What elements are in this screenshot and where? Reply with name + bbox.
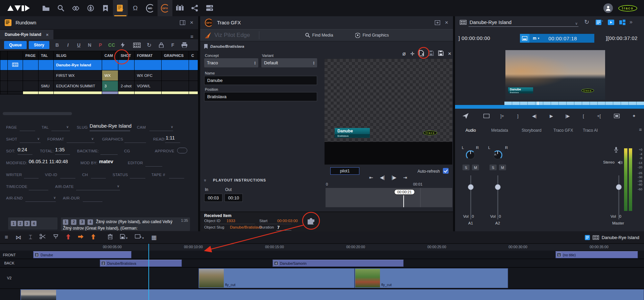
clip-danube[interactable]: 3 Danube (33, 251, 132, 258)
close-panel-icon[interactable]: × (190, 19, 193, 26)
collapse-chevrons-icon[interactable]: » (203, 179, 208, 181)
editor-input[interactable] (145, 166, 162, 167)
machine-control-icon[interactable] (119, 42, 126, 48)
table-row-selected[interactable]: Danube-Rye Island (0, 60, 198, 70)
chevron-down-icon[interactable]: ∨ (117, 184, 119, 188)
volume-slider-master[interactable] (618, 175, 619, 219)
chevron-down-icon[interactable]: ▾ (538, 37, 540, 40)
timecode-input[interactable] (29, 190, 48, 190)
step-back-icon[interactable]: ◀| (380, 175, 385, 180)
gfx-scrub-area[interactable]: 00:00:21 (326, 188, 452, 207)
clip-danube-bratislava[interactable]: 2 Danube/Bratislava (100, 260, 182, 267)
shot-select[interactable] (20, 143, 41, 143)
speaker-icon[interactable] (618, 160, 623, 166)
overlay-monitor-icon[interactable] (483, 114, 490, 119)
close-panel-icon[interactable]: × (445, 19, 448, 26)
close-preview-icon[interactable]: × (448, 50, 451, 57)
playhead[interactable] (148, 244, 149, 300)
segment-chip[interactable]: 4 (31, 221, 37, 226)
jump-start-icon[interactable]: ⇤ (369, 175, 373, 180)
step-back-icon[interactable]: ◀| (532, 113, 536, 119)
italic-button[interactable]: I (65, 42, 71, 48)
mark-out-goto-icon[interactable]: ] (517, 113, 519, 119)
chevron-down-icon[interactable]: ∨ (37, 137, 40, 141)
pilot1-button[interactable]: pilot1 (330, 167, 359, 175)
tab-traco-ai[interactable]: Traco AI (583, 128, 598, 133)
move-icon[interactable]: ✛ (410, 51, 414, 57)
grid-icon[interactable]: ▦ (151, 234, 157, 241)
vidid-input[interactable] (60, 178, 75, 178)
chevron-down-icon[interactable]: ∨ (171, 125, 173, 129)
send-to-playback-icon[interactable] (462, 113, 469, 120)
current-timecode-bar[interactable]: m ▾ 00:00:07:18 (520, 34, 594, 43)
search-icon[interactable] (53, 0, 68, 16)
omega-icon[interactable]: Ω (128, 0, 143, 16)
find-media-tab[interactable]: Find Media (305, 33, 333, 38)
tab-storyboard[interactable]: Storyboard (522, 128, 542, 133)
in-input[interactable]: 00:03 (204, 194, 222, 202)
chevron-down-icon[interactable]: ∨ (91, 137, 94, 141)
print-icon[interactable] (181, 42, 188, 48)
format-select[interactable] (67, 143, 95, 143)
drag-graphic-puzzle-icon[interactable] (306, 217, 316, 227)
share-icon[interactable] (187, 0, 202, 16)
mic-icon[interactable] (614, 147, 618, 154)
eye-off-icon[interactable]: ø (402, 50, 406, 57)
play-icon[interactable]: ▶ (550, 113, 553, 119)
volume-thumb-a2[interactable] (495, 184, 501, 190)
scrub-position-marker[interactable] (538, 102, 539, 105)
float-button[interactable]: F (170, 42, 176, 48)
closed-caption-button[interactable]: CC (108, 42, 114, 48)
solo-button-a1[interactable]: S (462, 165, 470, 170)
tab-danube-rye-island[interactable]: Danube-Rye Island × (0, 30, 53, 39)
dock-panel-icon[interactable] (435, 20, 440, 25)
name-input[interactable]: Danube (204, 76, 317, 85)
asset-selector[interactable]: Danube-Rye Island (460, 20, 511, 25)
goto-in-icon[interactable]: ]+ (500, 113, 504, 119)
refresh-icon[interactable]: ↻ (145, 42, 153, 49)
player-view-icon[interactable] (608, 20, 614, 26)
bold-button[interactable]: B (54, 42, 60, 48)
queue-button[interactable]: Queue (4, 41, 27, 49)
playhead-timecode-marker[interactable]: 00:00:21 (394, 189, 415, 195)
segment-chip[interactable]: 1 (11, 221, 16, 226)
transition-icon[interactable]: ⋈ (16, 234, 21, 241)
playhead-stem[interactable] (403, 195, 404, 207)
find-graphics-tab[interactable]: Find Graphics (355, 33, 389, 38)
clip-v1-strip[interactable] (20, 289, 644, 300)
clip-strip[interactable] (504, 102, 644, 105)
segment-chip[interactable]: 2 (71, 219, 76, 225)
autorefresh-checkbox[interactable] (443, 168, 449, 174)
approve-toggle[interactable] (177, 148, 187, 153)
refresh-icon[interactable]: ↻ (584, 18, 589, 26)
new-item-icon[interactable] (419, 50, 424, 58)
video-preview[interactable]: Danube Bratislava traco (505, 50, 605, 100)
systems-icon[interactable] (202, 0, 217, 16)
step-forward-icon[interactable]: |▶ (565, 113, 570, 119)
underline-button[interactable]: U (76, 42, 82, 48)
airdate-select[interactable] (76, 190, 120, 190)
story-button[interactable]: Story (29, 41, 49, 49)
ch-input[interactable] (91, 178, 106, 178)
airend-select[interactable] (25, 201, 56, 202)
jump-end-icon[interactable]: ⇥ (403, 175, 407, 180)
extract-icon[interactable] (78, 234, 84, 241)
chevron-down-icon[interactable]: ∨ (575, 21, 578, 26)
page-input[interactable] (20, 131, 35, 131)
segment-chip[interactable]: 2 (18, 221, 23, 226)
timecode-mode[interactable]: m (533, 36, 536, 41)
links-icon[interactable] (68, 0, 83, 16)
insert-edit-icon[interactable]: ⌶ (29, 234, 32, 241)
rundown-tool-icon[interactable] (113, 0, 128, 16)
user-avatar[interactable] (603, 3, 613, 13)
sot-value[interactable]: 0:24 (18, 147, 27, 152)
script-segment-box[interactable]: 1 2 3 4 (8, 217, 57, 230)
lift-icon[interactable] (66, 234, 71, 241)
position-input[interactable]: Bratislava (204, 92, 317, 101)
bookmark-icon[interactable] (98, 0, 113, 16)
gfx-tool-icon[interactable]: GFX (158, 0, 172, 16)
segment-chip[interactable]: 4 (88, 219, 93, 225)
airdur-input[interactable] (83, 201, 102, 202)
clip-fly-cut-1[interactable]: fly_cut (198, 268, 355, 288)
match-frame-icon[interactable] (614, 114, 620, 119)
